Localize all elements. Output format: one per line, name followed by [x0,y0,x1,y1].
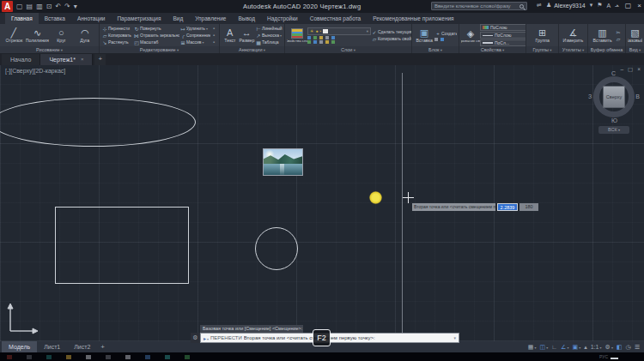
create-block-tool[interactable]: +Создать [434,30,457,37]
menu-icon[interactable]: ☰ [635,344,640,351]
taskbar-icon[interactable] [185,355,190,359]
tab-manage[interactable]: Управление [189,13,232,24]
exchange-icon[interactable]: ⇌ [537,2,542,9]
panel-label-layers[interactable]: Слои [285,46,411,53]
panel-label-properties[interactable]: Свойства [459,46,526,53]
recent-commands-icon[interactable]: ▾ [453,335,456,340]
layer-tools-row-1[interactable] [307,36,371,39]
taskbar-icon[interactable] [46,355,52,359]
paste-tool[interactable]: ▥ Вставить [590,27,615,43]
leader-tool[interactable]: ↗Выноска [255,32,283,39]
table-tool[interactable]: ▦Таблица [255,39,283,45]
dynamic-input-distance[interactable]: 2.2839 [497,203,518,211]
search-box[interactable]: Введите ключевое слово/фразу [431,2,527,10]
panel-label-annotation[interactable]: Аннотации [220,46,284,53]
linetype-dropdown[interactable]: ПоСлою▾ [480,32,526,39]
drawing-canvas[interactable]: [-][Сверху][2D-каркас] – ▢ × Вторая точк… [0,65,644,341]
match-properties-tool[interactable]: ◈ Копирование свойств [461,28,480,43]
array-tool[interactable]: ⊞Массив [179,39,210,45]
match-layer-tool[interactable]: ▱Копировать свойства слоя [371,35,411,42]
new-tab-button[interactable]: + [94,54,106,65]
block-tools-row[interactable] [434,38,457,41]
panel-label-utilities[interactable]: Утилиты [559,46,587,53]
modify-extra-tool-3[interactable]: ▪ [210,39,217,45]
scale-tool[interactable]: ◰Масштаб [133,39,179,45]
osnap-icon[interactable]: ▣ [572,344,580,351]
tab-home[interactable]: Главная [5,13,39,24]
panel-label-clipboard[interactable]: Буфер обмена [588,46,625,53]
rotate-tool[interactable]: ↻Повернуть [133,25,179,32]
snap-icon[interactable]: ◫ [539,344,548,351]
store-icon[interactable]: ⚑ [597,2,602,9]
panel-label-view[interactable]: Вид [626,46,644,53]
copy-tool[interactable]: ▱Копировать [101,32,133,39]
annotation-icon[interactable]: ▴ [584,344,587,351]
close-button[interactable]: × [637,2,641,9]
grid-icon[interactable]: ▦ [528,344,537,351]
tab-insert[interactable]: Вставка [39,13,71,24]
save-icon[interactable]: ▥ [36,2,43,11]
tab-parametric[interactable]: Параметризация [111,13,167,24]
language-indicator[interactable]: РУС [599,354,608,359]
tab-layout2[interactable]: Лист2 [67,341,97,352]
taskbar-icon[interactable] [125,355,131,359]
tab-layout1[interactable]: Лист1 [37,341,67,352]
username[interactable]: Alexey9314 [554,3,586,9]
lineweight-dropdown[interactable]: ПоСл...▾ [480,39,526,46]
viewcube-top-face[interactable]: Сверху [603,86,625,108]
settings-icon[interactable]: ⚙ [605,344,613,351]
tab-output[interactable]: Вывод [232,13,261,24]
taskbar-icon[interactable] [27,355,32,359]
wcs-dropdown[interactable]: ВСК [598,126,629,134]
move-tool[interactable]: ⊹Перенести [101,25,133,32]
viewcube-south[interactable]: Ю [611,117,617,123]
taskbar-icon[interactable] [86,355,91,359]
viewcube-east[interactable]: В [635,93,640,99]
color-dropdown[interactable]: ПоСлою▾ [480,24,526,31]
tab-featured-apps[interactable]: Рекомендованные приложения [367,13,459,24]
taskbar-icon[interactable] [165,355,170,359]
copy-clip-tool[interactable]: ▱ [615,35,623,42]
customize-icon[interactable]: ⚙ [191,333,200,343]
arc-tool[interactable]: ◠ Дуга [73,27,97,43]
scale-indicator[interactable]: 1:1 [591,344,602,350]
plot-icon[interactable]: ⊡ [46,2,52,11]
layer-combo[interactable]: ☀ ● ▪ ▾ [307,27,371,35]
layer-tools-row-2[interactable] [307,40,371,44]
viewcube-west[interactable]: З [588,93,592,99]
layer-properties-tool[interactable]: Свойства слоя [287,28,307,43]
dynamic-input-angle[interactable]: 180 [519,203,538,211]
line-tool[interactable]: ╱ Отрезок [2,27,26,43]
file-tab-drawing1[interactable]: Чертеж1* × [40,54,93,65]
viewport-controls[interactable]: [-][Сверху][2D-каркас] [5,68,65,74]
modify-extra-tool-2[interactable]: ▪ [210,32,217,39]
taskbar-icon[interactable] [145,355,150,359]
raster-image[interactable] [263,148,303,176]
extend-tool[interactable]: ↦Удлинить [179,25,210,32]
tab-view[interactable]: Вид [167,13,190,24]
ortho-icon[interactable]: ∟ [551,344,557,350]
autodesk-a-icon[interactable]: A [607,3,611,9]
signin-icon[interactable]: ♟ [546,2,551,9]
autocad-logo-icon[interactable]: A [2,1,13,12]
linear-tool[interactable]: ⊢Линейный [255,25,283,32]
base-view-tool[interactable]: ▧ Базовый [628,27,642,43]
user-dropdown-icon[interactable]: ▾ [590,2,593,9]
panel-label-draw[interactable]: Рисование [0,46,99,53]
viewcube[interactable]: С В Ю З Сверху [587,70,641,123]
isolate-icon[interactable]: ◧ [617,344,623,351]
undo-icon[interactable]: ↶ [55,2,61,11]
maximize-button[interactable]: ▢ [625,2,632,9]
redo-icon[interactable]: ↷ [64,2,70,11]
panel-label-groups[interactable]: Группы [526,46,558,53]
measure-tool[interactable]: ∡ Измерить [561,27,586,43]
new-file-icon[interactable]: ▢ [16,2,23,11]
panel-label-block[interactable]: Блок [412,46,459,53]
taskbar-icon[interactable] [106,355,111,359]
dimension-tool[interactable]: ↔ Размер [239,27,256,43]
mirror-tool[interactable]: ⋈Отразить зеркально [133,32,179,39]
new-layout-button[interactable]: + [97,343,108,351]
insert-block-tool[interactable]: ▣ Вставка [414,27,434,43]
stretch-tool[interactable]: ↘Растянуть [101,39,133,45]
tab-addins[interactable]: Надстройки [261,13,304,24]
